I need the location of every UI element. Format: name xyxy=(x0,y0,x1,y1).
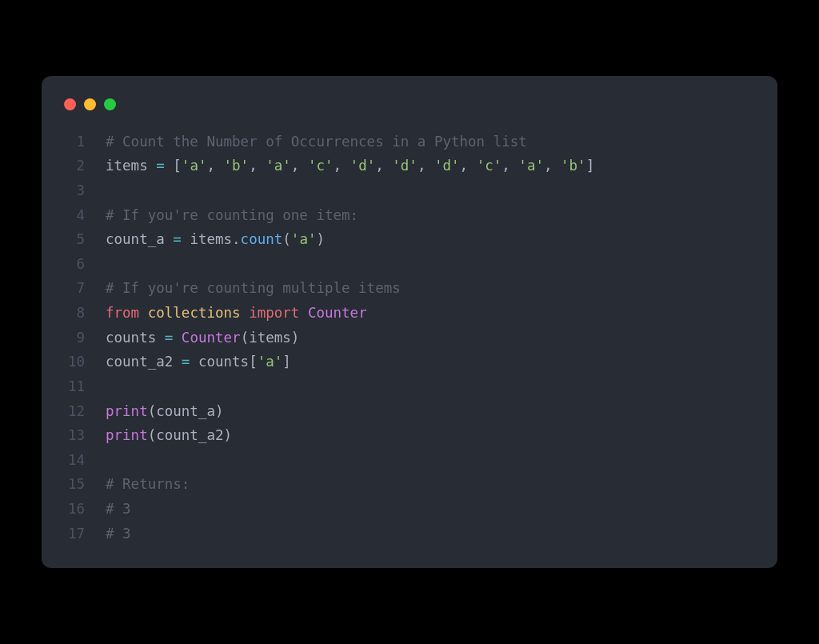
token: = xyxy=(173,231,182,247)
line-content xyxy=(106,448,114,473)
line-content: # 3 xyxy=(106,497,131,522)
token: 'd' xyxy=(434,158,460,174)
token: ] xyxy=(282,354,291,370)
code-line: 12print(count_a) xyxy=(42,399,777,424)
code-line: 15# Returns: xyxy=(42,472,777,497)
code-line: 4# If you're counting one item: xyxy=(42,203,777,228)
token: Counter xyxy=(308,305,367,321)
token: ) xyxy=(316,231,325,247)
code-window: 1# Count the Number of Occurrences in a … xyxy=(42,76,777,569)
token: # If you're counting one item: xyxy=(106,207,358,223)
line-content xyxy=(106,374,114,399)
line-number: 3 xyxy=(42,178,106,203)
line-content: # If you're counting multiple items xyxy=(106,276,401,301)
line-number: 17 xyxy=(42,522,106,546)
token: 'a' xyxy=(266,158,291,174)
line-content xyxy=(106,252,114,277)
token xyxy=(139,305,148,321)
token: # 3 xyxy=(106,501,131,517)
line-number: 9 xyxy=(42,326,106,350)
code-line: 11 xyxy=(42,374,777,399)
code-line: 2items = ['a', 'b', 'a', 'c', 'd', 'd', … xyxy=(42,154,777,178)
token: , xyxy=(334,158,350,174)
token: from xyxy=(106,305,139,321)
code-line: 17# 3 xyxy=(42,522,777,546)
token: counts xyxy=(106,330,165,346)
token: # Count the Number of Occurrences in a P… xyxy=(106,134,527,150)
code-line: 5count_a = items.count('a') xyxy=(42,227,777,252)
line-content: counts = Counter(items) xyxy=(106,326,299,350)
token xyxy=(165,158,174,174)
line-number: 6 xyxy=(42,252,106,277)
token: 'd' xyxy=(392,158,417,174)
token: , xyxy=(206,158,223,174)
line-content xyxy=(106,178,114,203)
line-content: # Count the Number of Occurrences in a P… xyxy=(106,130,527,154)
token: # If you're counting multiple items xyxy=(106,280,401,296)
token: print xyxy=(106,427,148,443)
code-line: 14 xyxy=(42,448,777,473)
token: 'd' xyxy=(350,158,376,174)
token: (items) xyxy=(241,330,300,346)
line-number: 8 xyxy=(42,301,106,326)
code-line: 8from collections import Counter xyxy=(42,301,777,326)
line-content: count_a2 = counts['a'] xyxy=(106,350,291,374)
token: (count_a2) xyxy=(148,427,232,443)
token: counts xyxy=(190,354,249,370)
line-content: # If you're counting one item: xyxy=(106,203,358,228)
token: 'c' xyxy=(308,158,334,174)
line-content: from collections import Counter xyxy=(106,301,367,326)
token: ] xyxy=(586,158,595,174)
line-number: 11 xyxy=(42,374,106,399)
close-icon[interactable] xyxy=(64,98,76,110)
code-line: 16# 3 xyxy=(42,497,777,522)
token: , xyxy=(249,158,266,174)
token: (count_a) xyxy=(148,403,224,419)
line-number: 12 xyxy=(42,399,106,424)
line-number: 13 xyxy=(42,423,106,448)
line-content: count_a = items.count('a') xyxy=(106,227,325,252)
line-number: 4 xyxy=(42,203,106,228)
token xyxy=(173,330,182,346)
token: = xyxy=(182,354,190,370)
line-number: 5 xyxy=(42,227,106,252)
token: # 3 xyxy=(106,526,131,542)
token: , xyxy=(460,158,477,174)
token: count xyxy=(241,231,283,247)
token: Counter xyxy=(182,330,241,346)
token: . xyxy=(232,231,241,247)
token: , xyxy=(501,158,518,174)
token: , xyxy=(417,158,434,174)
code-line: 3 xyxy=(42,178,777,203)
code-line: 6 xyxy=(42,252,777,277)
token: = xyxy=(165,330,174,346)
token: 'b' xyxy=(224,158,250,174)
line-number: 14 xyxy=(42,448,106,473)
token: count_a xyxy=(106,231,173,247)
token: [ xyxy=(249,354,258,370)
line-number: 7 xyxy=(42,276,106,301)
line-content: # Returns: xyxy=(106,472,190,497)
token: items xyxy=(106,158,156,174)
minimize-icon[interactable] xyxy=(84,98,96,110)
token: , xyxy=(291,158,308,174)
token: = xyxy=(156,158,165,174)
line-number: 15 xyxy=(42,472,106,497)
line-number: 1 xyxy=(42,130,106,154)
line-content: print(count_a2) xyxy=(106,423,232,448)
line-number: 2 xyxy=(42,154,106,178)
token xyxy=(241,305,250,321)
token: # Returns: xyxy=(106,476,190,492)
token xyxy=(299,305,308,321)
code-editor[interactable]: 1# Count the Number of Occurrences in a … xyxy=(42,130,777,546)
token: count_a2 xyxy=(106,354,182,370)
code-line: 7# If you're counting multiple items xyxy=(42,276,777,301)
maximize-icon[interactable] xyxy=(104,98,116,110)
token: [ xyxy=(173,158,182,174)
line-content: # 3 xyxy=(106,522,131,546)
code-line: 10count_a2 = counts['a'] xyxy=(42,350,777,374)
token: collections xyxy=(148,305,241,321)
token: 'c' xyxy=(477,158,502,174)
line-content: items = ['a', 'b', 'a', 'c', 'd', 'd', '… xyxy=(106,154,594,178)
token: ( xyxy=(282,231,291,247)
